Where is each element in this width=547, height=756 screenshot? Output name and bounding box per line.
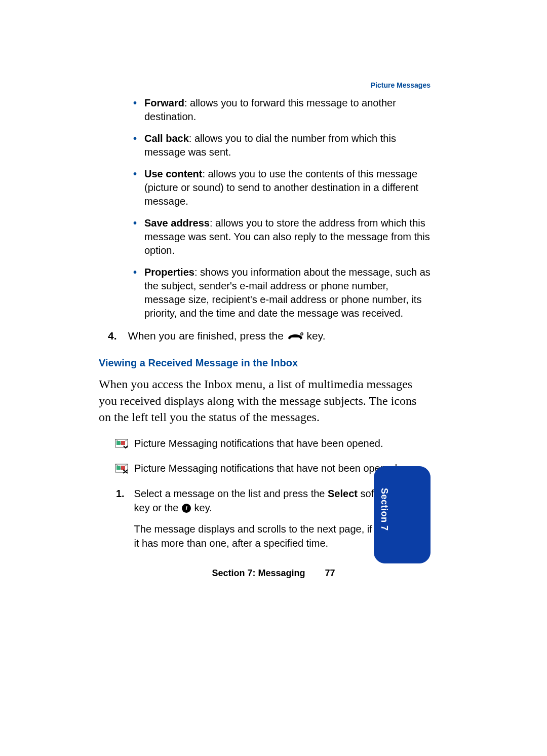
- svg-rect-7: [121, 466, 125, 470]
- footer-section-label: Section 7: Messaging: [212, 568, 305, 578]
- step-text-pre: When you are finished, press the: [128, 330, 287, 342]
- text: The message displays and scrolls to the …: [134, 522, 377, 550]
- end-call-icon: [287, 332, 304, 341]
- text: key.: [194, 502, 212, 513]
- list-item: Forward: allows you to forward this mess…: [133, 96, 431, 124]
- step-number: 1.: [116, 486, 131, 501]
- term: Save address: [144, 217, 210, 229]
- section-tab-label: Section 7: [379, 488, 389, 531]
- svg-point-0: [300, 333, 302, 335]
- text: Select a message on the list and press t…: [134, 488, 328, 499]
- running-head: Picture Messages: [371, 81, 431, 89]
- list-item: Save address: allows you to store the ad…: [133, 216, 431, 257]
- svg-rect-3: [116, 441, 121, 445]
- intro-paragraph: When you access the Inbox menu, a list o…: [99, 376, 431, 425]
- step-text-post: key.: [307, 330, 326, 342]
- select-label: Select: [328, 488, 358, 499]
- term: Use content: [144, 168, 202, 179]
- options-bullet-list: Forward: allows you to forward this mess…: [133, 96, 431, 320]
- svg-rect-6: [116, 466, 121, 470]
- opened-notification-icon: [115, 438, 128, 449]
- page-number: 77: [325, 568, 335, 579]
- step-4: 4. When you are finished, press the key.: [108, 328, 431, 343]
- list-item: Call back: allows you to dial the number…: [133, 132, 431, 159]
- step-number: 4.: [108, 328, 125, 343]
- svg-rect-4: [121, 441, 125, 445]
- list-item: Use content: allows you to use the conte…: [133, 167, 431, 208]
- icon-line-opened: Picture Messaging notifications that hav…: [115, 437, 431, 450]
- section-tab: Section 7: [374, 466, 431, 563]
- ok-key-icon: i: [181, 503, 191, 513]
- subheading: Viewing a Received Message in the Inbox: [99, 357, 431, 369]
- page-footer: Section 7: Messaging 77: [0, 568, 547, 579]
- unopened-notification-icon: [115, 463, 128, 474]
- term: Call back: [144, 133, 189, 144]
- list-item: Properties: shows you information about …: [133, 266, 431, 320]
- term: Properties: [144, 267, 194, 278]
- term: Forward: [144, 97, 184, 108]
- icon-line-text: Picture Messaging notifications that hav…: [134, 437, 383, 450]
- icon-line-text: Picture Messaging notifications that hav…: [134, 462, 400, 475]
